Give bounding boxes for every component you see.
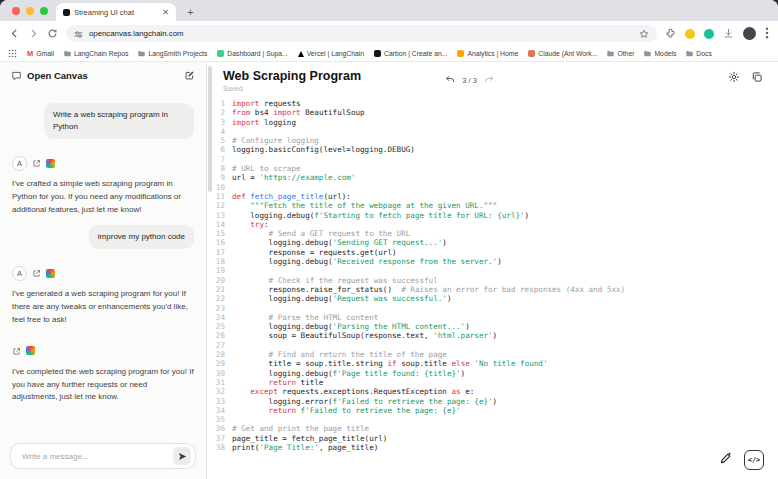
bookmarks-list: MGmailLangChain ReposLangSmith ProjectsD… [27, 50, 712, 58]
message-list: Write a web scraping program in PythonAI… [0, 89, 206, 435]
new-chat-edit-icon[interactable] [184, 67, 195, 85]
bookmark-item[interactable]: LangSmith Projects [138, 50, 207, 57]
extension-icon[interactable] [685, 29, 695, 39]
bookmark-item[interactable]: Models [644, 50, 676, 57]
bookmark-item[interactable]: Carbon | Create an... [374, 50, 447, 57]
line-number: 34 [207, 406, 225, 415]
site-favicon-icon [457, 50, 464, 57]
bookmark-item[interactable]: Analytics | Home [457, 50, 518, 57]
line-number: 38 [207, 443, 225, 452]
bookmark-label: Carbon | Create an... [384, 50, 447, 57]
undo-icon[interactable] [444, 71, 455, 89]
code-line: # Find and return the title of the page [232, 350, 778, 359]
code-line: """Fetch the title of the webpage at the… [232, 201, 778, 210]
reload-icon[interactable] [47, 28, 58, 39]
line-number: 25 [207, 322, 225, 331]
tab-close-icon[interactable]: ✕ [162, 8, 169, 17]
back-icon[interactable] [9, 28, 20, 39]
line-number: 15 [207, 229, 225, 238]
code-line: logging.basicConfig(level=logging.DEBUG) [232, 145, 778, 154]
canvas-panel: Web Scraping Program Saved 3 / 3 [207, 62, 778, 479]
bookmark-item[interactable]: Dashboard | Supa... [217, 50, 287, 57]
line-number: 11 [207, 192, 225, 201]
line-number: 32 [207, 387, 225, 396]
code-line: response = requests.get(url) [232, 248, 778, 257]
bookmark-item[interactable]: Other [607, 50, 634, 57]
zoom-window-button[interactable] [40, 7, 48, 15]
code-line: soup = BeautifulSoup(response.text, 'htm… [232, 331, 778, 340]
code-line: page_title = fetch_page_title(url) [232, 434, 778, 443]
bookmark-item[interactable]: Claude (Ant Work... [528, 50, 597, 57]
site-favicon-icon [374, 50, 381, 57]
minimize-window-button[interactable] [26, 7, 34, 15]
code-line: except requests.exceptions.RequestExcept… [232, 387, 778, 396]
traffic-lights [12, 7, 48, 15]
bookmark-label: Dashboard | Supa... [227, 50, 287, 57]
new-tab-button[interactable]: + [183, 4, 198, 19]
open-in-canvas-icon[interactable] [12, 342, 21, 360]
assistant-avatar: A [12, 156, 27, 171]
artifact-title: Web Scraping Program [223, 69, 361, 83]
folder-icon [686, 50, 693, 57]
bookmark-label: Vercel | LangChain [307, 50, 364, 57]
copy-icon[interactable] [751, 69, 763, 87]
line-number: 31 [207, 378, 225, 387]
line-number: 23 [207, 304, 225, 313]
code-line: # Get and print the page title [232, 424, 778, 433]
code-line: return title [232, 378, 778, 387]
extensions-puzzle-icon[interactable] [665, 25, 676, 43]
line-number: 14 [207, 220, 225, 229]
code-line: import requests [232, 99, 778, 108]
code-line: logging.debug('Sending GET request...') [232, 238, 778, 247]
apps-grid-icon[interactable] [8, 49, 17, 59]
bookmark-item[interactable]: LangChain Repos [64, 50, 128, 57]
code-content[interactable]: import requestsfrom bs4 import Beautiful… [232, 99, 778, 479]
version-history: 3 / 3 [444, 71, 495, 89]
downloads-icon[interactable] [723, 25, 734, 43]
assistant-message-header: A [12, 264, 194, 282]
message-composer[interactable] [10, 443, 196, 469]
message-input[interactable] [20, 451, 169, 462]
gmail-icon: M [27, 50, 33, 58]
langsmith-trace-icon[interactable] [26, 346, 35, 355]
send-button[interactable] [173, 447, 191, 465]
tab-title: Streaming UI chat [74, 8, 158, 17]
menu-kebab-icon[interactable] [765, 25, 769, 43]
close-window-button[interactable] [12, 7, 20, 15]
code-editor[interactable]: 1234567891011121314151617181920212223242… [207, 96, 778, 479]
assistant-message: I've generated a web scraping program fo… [12, 288, 194, 326]
vercel-icon [298, 51, 304, 57]
bookmark-label: Other [617, 50, 634, 57]
bookmark-item[interactable]: Docs [686, 50, 712, 57]
redo-icon[interactable] [484, 71, 495, 89]
code-line: url = 'https://example.com' [232, 173, 778, 182]
browser-tab[interactable]: Streaming UI chat ✕ [56, 3, 176, 21]
bookmark-label: Gmail [36, 50, 54, 57]
address-bar[interactable]: opencanvas.langchain.com [66, 25, 657, 42]
langsmith-trace-icon[interactable] [46, 269, 55, 278]
langsmith-trace-icon[interactable] [46, 159, 55, 168]
line-number: 17 [207, 248, 225, 257]
open-in-canvas-icon[interactable] [32, 264, 41, 282]
profile-avatar[interactable] [743, 27, 756, 40]
code-line: # Check if the request was successful [232, 276, 778, 285]
code-line: print('Page Title:', page_title) [232, 443, 778, 452]
bookmark-item[interactable]: MGmail [27, 50, 54, 58]
assistant-message-header [12, 342, 194, 360]
line-number: 28 [207, 350, 225, 359]
open-in-canvas-icon[interactable] [32, 154, 41, 172]
extension-icon[interactable] [704, 29, 714, 39]
code-view-toggle[interactable]: </> [744, 450, 764, 470]
settings-gear-icon[interactable] [728, 69, 740, 87]
code-line: response.raise_for_status() # Raises an … [232, 285, 778, 294]
site-settings-icon[interactable] [74, 25, 83, 43]
chat-bubble-icon [11, 67, 22, 85]
bookmark-item[interactable]: Vercel | LangChain [298, 50, 364, 57]
code-line [232, 304, 778, 313]
forward-icon[interactable] [28, 28, 39, 39]
bookmark-star-icon[interactable] [639, 25, 649, 43]
line-number: 30 [207, 369, 225, 378]
magic-pen-icon[interactable] [718, 451, 733, 470]
code-line [232, 127, 778, 136]
bookmarks-bar: MGmailLangChain ReposLangSmith ProjectsD… [0, 46, 778, 62]
